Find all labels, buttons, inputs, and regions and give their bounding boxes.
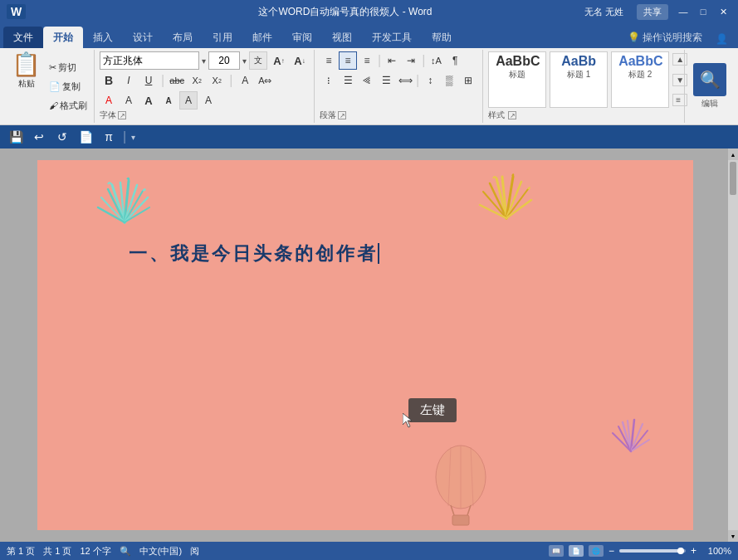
scroll-track[interactable]: [728, 162, 738, 532]
font-size-small-button[interactable]: A: [159, 91, 178, 110]
tab-help[interactable]: 帮助: [422, 27, 462, 48]
style-normal[interactable]: AaBbC 标题: [488, 51, 546, 108]
svg-rect-33: [452, 515, 469, 525]
font-name-input[interactable]: [100, 51, 199, 70]
justify-button[interactable]: ☰: [377, 71, 395, 90]
shading-button[interactable]: ▒: [440, 71, 458, 90]
numbering-button[interactable]: ≡: [339, 51, 357, 70]
tab-references[interactable]: 引用: [203, 27, 242, 48]
tab-developer[interactable]: 开发工具: [362, 27, 422, 48]
page-number: 第 1 页: [7, 545, 35, 558]
increase-indent-button[interactable]: ⇥: [402, 51, 420, 70]
font-shrink-btn[interactable]: A↓: [291, 51, 309, 70]
tab-layout[interactable]: 布局: [163, 27, 203, 48]
underline-button[interactable]: U: [139, 71, 158, 90]
style-heading1[interactable]: AaBb 标题 1: [550, 51, 608, 108]
clear-format-button[interactable]: A: [236, 71, 254, 90]
title-bar: W 这个WORD自动编号真的很烦人 - Word 无名 无姓 共享 — □ ✕: [0, 0, 738, 23]
tab-file[interactable]: 文件: [3, 27, 43, 48]
font-size-big-button[interactable]: A: [139, 91, 158, 110]
wubi-btn[interactable]: 文: [249, 51, 267, 70]
cut-button[interactable]: ✂剪切: [46, 59, 90, 76]
zoom-plus[interactable]: +: [691, 545, 696, 557]
status-bar: 第 1 页 共 1 页 12 个字 🔍 中文(中国) 阅 📖 📄 🌐 − + 1…: [0, 542, 738, 560]
minimize-button[interactable]: —: [675, 4, 692, 19]
decrease-indent-button[interactable]: ⇤: [383, 51, 401, 70]
tab-view[interactable]: 视图: [322, 27, 362, 48]
strikethrough-button[interactable]: abc: [168, 71, 186, 90]
multi-list-button[interactable]: ≡: [358, 51, 376, 70]
para-expand-btn[interactable]: ↗: [338, 111, 346, 119]
search-button[interactable]: 🔍: [693, 63, 726, 96]
font-row3: A A A A A A: [100, 91, 309, 110]
show-hide-button[interactable]: ¶: [446, 51, 464, 70]
para-row1: ≡ ≡ ≡ | ⇤ ⇥ | ↕A ¶: [320, 51, 477, 70]
proofing-icon[interactable]: 🔍: [120, 546, 131, 557]
save-button[interactable]: 💾: [7, 128, 25, 146]
align-center-button[interactable]: ☰: [339, 71, 357, 90]
print-preview-button[interactable]: 📄: [76, 128, 95, 146]
zoom-minus[interactable]: −: [608, 545, 614, 557]
text-effect-button[interactable]: A: [179, 91, 198, 110]
tab-home[interactable]: 开始: [43, 27, 83, 48]
format-painter-button[interactable]: 🖌格式刷: [46, 97, 90, 114]
font-name-dropdown[interactable]: ▾: [202, 56, 206, 66]
view-btn-read[interactable]: 📖: [549, 545, 564, 557]
char-spacing-button[interactable]: A⇔: [256, 71, 274, 90]
help-icon[interactable]: 💡 操作说明搜索: [621, 27, 709, 48]
font-size-dropdown[interactable]: ▾: [242, 56, 247, 66]
font-color-button[interactable]: A: [100, 91, 118, 110]
maximize-button[interactable]: □: [695, 4, 711, 19]
copy-button[interactable]: 📄复制: [46, 78, 90, 95]
redo-button[interactable]: ↺: [53, 128, 71, 146]
document-page[interactable]: 一、我是今日头条的创作者 左键: [37, 160, 693, 530]
tab-insert[interactable]: 插入: [83, 27, 123, 48]
scroll-top-btn[interactable]: ▲: [728, 149, 738, 160]
superscript-button[interactable]: X2: [208, 71, 226, 90]
tab-design[interactable]: 设计: [123, 27, 163, 48]
paste-button[interactable]: 📋 粘贴: [7, 51, 46, 121]
sort-button[interactable]: ↕A: [427, 51, 445, 70]
app: W 这个WORD自动编号真的很烦人 - Word 无名 无姓 共享 — □ ✕ …: [0, 0, 738, 560]
subscript-button[interactable]: X2: [188, 71, 206, 90]
mode: 阅: [190, 545, 199, 558]
font-expand-btn[interactable]: ↗: [118, 111, 126, 119]
paragraph-group: ≡ ≡ ≡ | ⇤ ⇥ | ↕A ¶ ⫶ ☰ ⫷ ☰ ⟺ | ↕ ▒ ⊞: [315, 50, 483, 123]
customize-button[interactable]: ▾: [131, 133, 135, 142]
tooltip-text: 左键: [420, 402, 445, 416]
scroll-bottom-btn[interactable]: ▼: [728, 530, 738, 542]
view-btn-web[interactable]: 🌐: [589, 545, 604, 557]
para-group-label: 段落 ↗: [320, 110, 477, 121]
font-size-input[interactable]: [208, 51, 240, 70]
left-scrollbar-indicator: ▲ ▼: [728, 149, 738, 542]
tab-review[interactable]: 审阅: [282, 27, 322, 48]
font-enlarge-btn[interactable]: A↑: [270, 51, 288, 70]
title-bar-left: W: [7, 4, 106, 19]
line-spacing-button[interactable]: ↕: [421, 71, 439, 90]
scroll-thumb[interactable]: [730, 162, 736, 195]
document-text[interactable]: 一、我是今日头条的创作者: [129, 241, 379, 266]
undo-button[interactable]: ↩: [30, 128, 48, 146]
distribute-button[interactable]: ⟺: [396, 71, 414, 90]
main-content: 一、我是今日头条的创作者 左键: [0, 149, 738, 542]
align-right-button[interactable]: ⫷: [358, 71, 376, 90]
styles-expand-btn[interactable]: ↗: [508, 111, 516, 119]
text-fill-button[interactable]: A: [199, 91, 217, 110]
zoom-slider[interactable]: [619, 549, 686, 553]
italic-button[interactable]: I: [120, 71, 138, 90]
total-pages: 共 1 页: [43, 545, 71, 558]
view-btn-print[interactable]: 📄: [569, 545, 584, 557]
border-button[interactable]: ⊞: [459, 71, 477, 90]
firework-top-right: [469, 173, 544, 256]
bold-button[interactable]: B: [100, 71, 118, 90]
tab-mail[interactable]: 邮件: [242, 27, 282, 48]
highlight-button[interactable]: A: [120, 91, 138, 110]
pi-button[interactable]: π: [100, 128, 118, 146]
bullets-button[interactable]: ≡: [320, 51, 338, 70]
hot-air-balloon: [428, 436, 494, 530]
style-heading2[interactable]: AaBbC 标题 2: [611, 51, 669, 108]
align-left-button[interactable]: ⫶: [320, 71, 338, 90]
share-button[interactable]: 共享: [637, 4, 668, 20]
user-icon[interactable]: 👤: [709, 30, 735, 48]
close-button[interactable]: ✕: [715, 4, 731, 19]
